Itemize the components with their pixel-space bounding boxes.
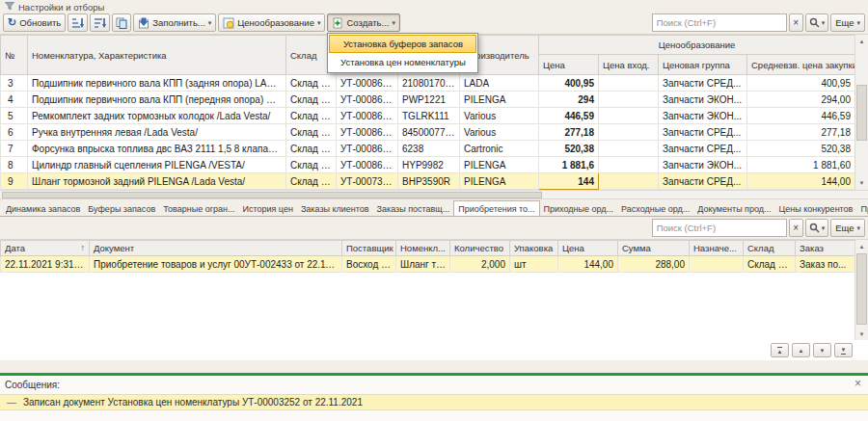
column-header-price-category[interactable]: Ценовая группа bbox=[659, 55, 747, 75]
cell-warehouse[interactable]: Склад М3 bbox=[286, 92, 337, 108]
cell-avg-price[interactable]: 1 881,60 bbox=[747, 157, 855, 173]
cell-price-editing[interactable]: 144 bbox=[539, 173, 599, 190]
cell-avg-price[interactable]: 520,38 bbox=[747, 141, 855, 157]
cell-price[interactable]: 144,00 bbox=[558, 256, 618, 273]
cell-manufacturer[interactable]: Various bbox=[460, 108, 539, 124]
fill-button[interactable]: Заполнить... ▾ bbox=[133, 13, 216, 32]
previous-page-button[interactable]: ▲ bbox=[792, 343, 810, 357]
cell-date[interactable]: 22.11.2021 9:31:28 bbox=[1, 256, 90, 273]
tab-sales-documents[interactable]: Документы прод... bbox=[693, 202, 774, 216]
cell-article[interactable]: 8450007743 bbox=[398, 124, 460, 141]
detail-search-input[interactable] bbox=[657, 223, 782, 233]
cell-code[interactable]: УТ-00086455 bbox=[337, 108, 398, 124]
column-header-price-in[interactable]: Цена вход. bbox=[599, 55, 659, 75]
cell-document[interactable]: Приобретение товаров и услуг 00УТ-002433… bbox=[90, 256, 342, 273]
sort-desc-button[interactable] bbox=[90, 13, 110, 32]
more-button[interactable]: Еще ▾ bbox=[830, 13, 865, 32]
column-header-price[interactable]: Цена bbox=[539, 55, 599, 75]
column-header-purpose[interactable]: Назначе... bbox=[690, 241, 744, 256]
cell-num[interactable]: 6 bbox=[1, 124, 28, 141]
cell-price[interactable]: 446,59 bbox=[539, 108, 599, 124]
cell-avg-price[interactable]: 400,95 bbox=[747, 75, 855, 92]
search-options-button[interactable]: ▾ bbox=[805, 13, 829, 32]
scroll-up-icon[interactable]: ▲ bbox=[855, 240, 868, 252]
cell-price-group[interactable]: Запчасти СРЕД... bbox=[659, 75, 747, 92]
cell-num[interactable]: 9 bbox=[1, 173, 28, 190]
cell-nomenclature[interactable]: Ремкомплект задних тормозных колодок /La… bbox=[28, 108, 286, 124]
detail-more-button[interactable]: Еще ▾ bbox=[830, 219, 865, 237]
cell-manufacturer[interactable]: PILENGA bbox=[460, 173, 539, 190]
cell-price[interactable]: 294 bbox=[539, 92, 599, 108]
cell-code[interactable]: УТ-00086233 bbox=[337, 75, 398, 92]
tab-receipt-orders[interactable]: Приходные орд... bbox=[540, 202, 617, 216]
tab-customer-orders[interactable]: Заказы клиентов bbox=[297, 202, 373, 216]
scrollbar-thumb[interactable] bbox=[2, 192, 542, 198]
cell-price-group[interactable]: Запчасти СРЕД... bbox=[659, 141, 747, 157]
cell-warehouse[interactable]: Склад М3 bbox=[286, 173, 337, 190]
cell-warehouse[interactable]: Склад М3 bbox=[286, 124, 337, 141]
cell-article[interactable]: BHP3590R bbox=[398, 173, 460, 190]
go-to-last-button[interactable]: ▼ bbox=[834, 343, 853, 357]
detail-search-clear-button[interactable]: × bbox=[789, 219, 803, 237]
cell-article[interactable]: HYP9982 bbox=[398, 157, 460, 173]
main-grid-horizontal-scrollbar[interactable] bbox=[0, 190, 868, 199]
cell-code[interactable]: УТ-00086464 bbox=[337, 124, 398, 141]
cell-quantity[interactable]: 2,000 bbox=[450, 256, 510, 273]
cell-avg-price[interactable]: 446,59 bbox=[747, 108, 855, 124]
cell-price[interactable]: 400,95 bbox=[539, 75, 599, 92]
cell-avg-price[interactable]: 277,18 bbox=[747, 124, 855, 141]
column-header-supplier[interactable]: Поставщик bbox=[342, 241, 396, 256]
scrollbar-thumb[interactable] bbox=[856, 85, 867, 141]
table-row[interactable]: 5 Ремкомплект задних тормозных колодок /… bbox=[1, 108, 855, 124]
cell-code[interactable]: УТ-00086926 bbox=[337, 141, 398, 157]
tab-expense-orders[interactable]: Расходные орд... bbox=[617, 202, 693, 216]
tab-acquisitions[interactable]: Приобретения то... bbox=[453, 200, 539, 217]
cell-warehouse[interactable]: Склад М3 bbox=[286, 108, 337, 124]
scroll-down-icon[interactable]: ▼ bbox=[855, 176, 868, 189]
pricing-button[interactable]: Ценообразование ▾ bbox=[218, 13, 325, 32]
search-input[interactable] bbox=[657, 17, 782, 28]
cell-article[interactable]: 21080170103300 bbox=[398, 75, 460, 92]
cell-nomenclature[interactable]: Ручка внутренняя левая /Lada Vesta/ bbox=[28, 124, 286, 141]
cell-price-group[interactable]: Запчасти СРЕД... bbox=[659, 173, 747, 190]
cell-price-in[interactable] bbox=[599, 141, 659, 157]
cell-manufacturer[interactable]: LADA bbox=[460, 75, 539, 92]
refresh-button[interactable]: ↻ Обновить bbox=[3, 13, 66, 32]
close-icon[interactable]: × bbox=[854, 377, 861, 390]
tab-competitor-prices[interactable]: Цены конкурентов bbox=[775, 202, 857, 216]
tab-price-history[interactable]: История цен bbox=[238, 202, 296, 216]
column-header-sum[interactable]: Сумма bbox=[618, 241, 690, 256]
column-header-num[interactable]: № bbox=[1, 36, 28, 75]
cell-price-group[interactable]: Запчасти ЭКОН... bbox=[659, 157, 747, 173]
column-header-nomenclature[interactable]: Номенклатура, Характеристика bbox=[28, 36, 286, 75]
cell-warehouse[interactable]: Склад М3 bbox=[286, 141, 337, 157]
cell-price-in[interactable] bbox=[599, 124, 659, 141]
message-item[interactable]: — Записан документ Установка цен номенкл… bbox=[0, 394, 868, 410]
cell-num[interactable]: 5 bbox=[1, 108, 28, 124]
cell-article[interactable]: 6238 bbox=[398, 141, 460, 157]
cell-price[interactable]: 520,38 bbox=[539, 141, 599, 157]
table-row-selected[interactable]: 9 Шланг тормозной задний PILENGA /Lada V… bbox=[1, 173, 855, 190]
cell-num[interactable]: 4 bbox=[1, 92, 28, 108]
column-header-document[interactable]: Документ bbox=[90, 241, 342, 256]
settings-link[interactable]: Настройки и отборы bbox=[18, 2, 104, 13]
next-page-button[interactable]: ▼ bbox=[813, 343, 831, 357]
cell-price-group[interactable]: Запчасти ЭКОН... bbox=[659, 92, 747, 108]
cell-nomenclature[interactable]: Форсунка впрыска топлива двс ВАЗ 2111 1,… bbox=[28, 141, 286, 157]
cell-sum[interactable]: 288,00 bbox=[618, 256, 690, 273]
main-grid-vertical-scrollbar[interactable]: ▲ ▼ bbox=[854, 35, 868, 189]
cell-nomenclature[interactable]: Цилиндр главный сцепления PILENGA /VESTA… bbox=[28, 157, 286, 173]
cell-price-group[interactable]: Запчасти СРЕД... bbox=[659, 124, 747, 141]
column-header-date[interactable]: Дата↑ bbox=[1, 241, 90, 256]
go-to-first-button[interactable]: ▲ bbox=[771, 343, 789, 357]
cell-price[interactable]: 1 881,6 bbox=[539, 157, 599, 173]
column-header-avg-price[interactable]: Средневзв. цена закупки bbox=[747, 55, 855, 75]
column-header-package[interactable]: Упаковка bbox=[510, 241, 558, 256]
cell-nomenclature[interactable]: Подшипник первичного вала КПП (передняя … bbox=[28, 92, 286, 108]
scroll-up-icon[interactable]: ▲ bbox=[855, 35, 868, 47]
cell-avg-price[interactable]: 144,00 bbox=[747, 173, 855, 190]
cell-avg-price[interactable]: 294,00 bbox=[747, 92, 855, 108]
cell-article[interactable]: PWP1221 bbox=[398, 92, 460, 108]
scroll-down-icon[interactable]: ▼ bbox=[855, 328, 868, 340]
column-header-order[interactable]: Заказ bbox=[796, 241, 855, 256]
